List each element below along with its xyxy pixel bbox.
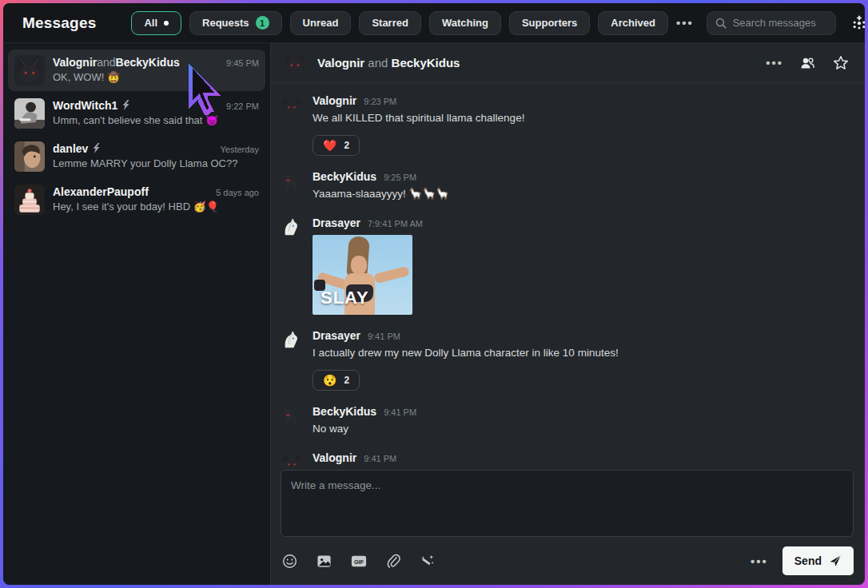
conversation-name: Valognir	[53, 56, 97, 69]
filter-tab-all[interactable]: All	[131, 11, 181, 35]
hushed-face-emoji: 😯	[323, 375, 336, 386]
message-author[interactable]: Valognir	[313, 451, 356, 464]
message-drasayer-gif: Drasayer 7:9:41 PM AM SLAY	[281, 217, 850, 315]
group-members-icon[interactable]	[798, 54, 817, 72]
conversation-summary: AlexanderPaupoff 5 days ago Hey, I see i…	[53, 185, 259, 213]
message-timestamp: 9:41 PM	[368, 332, 400, 341]
conversation-item-alexanderpaupoff[interactable]: AlexanderPaupoff 5 days ago Hey, I see i…	[8, 179, 265, 220]
search-box[interactable]	[707, 11, 836, 35]
reaction-count: 2	[344, 375, 349, 386]
community-icon[interactable]	[849, 13, 865, 34]
message-timestamp: 9:23 PM	[364, 97, 396, 106]
message-author[interactable]: BeckyKidus	[313, 405, 376, 418]
verified-badge-icon	[92, 143, 101, 153]
message-author[interactable]: Valognir	[313, 94, 356, 107]
message-text: We all KILLED that spiritual llama chall…	[313, 111, 524, 126]
composer-more-icon[interactable]: •••	[751, 554, 768, 568]
conversation-timestamp: Yesterday	[213, 145, 259, 154]
page-title: Messages	[22, 14, 96, 32]
chat-more-icon[interactable]: •••	[766, 56, 783, 70]
conversation-timestamp: 9:22 PM	[220, 101, 259, 111]
message-input[interactable]	[281, 470, 854, 537]
filter-tab-archived[interactable]: Archived	[598, 11, 668, 35]
slay-gif-image[interactable]: SLAY	[313, 235, 412, 315]
conversation-timestamp: 5 days ago	[209, 188, 259, 197]
message-author[interactable]: BeckyKidus	[313, 170, 376, 183]
more-filters-icon[interactable]: •••	[676, 16, 694, 30]
message-beckykidus-2: BeckyKidus 9:41 PM No way	[281, 405, 850, 437]
conversation-item-wordwitch1[interactable]: WordWitch1 9:22 PM Umm, can't believe sh…	[8, 93, 265, 134]
messages-app-window: Messages All Requests 1 Unread Starred W…	[3, 3, 865, 585]
gif-figure-arm	[373, 266, 410, 284]
filter-tab-starred[interactable]: Starred	[359, 11, 421, 35]
avatar-alexanderpaupoff	[14, 185, 45, 215]
message-author[interactable]: Drasayer	[313, 329, 360, 342]
message-valognir-2: Valognir 9:41 PM OK, WOW! 🤠	[281, 451, 850, 467]
requests-count-badge: 1	[256, 16, 269, 30]
magic-wand-icon[interactable]	[418, 552, 436, 570]
message-text: Yaaama-slaaayyyy! 🦙🦙🦙	[313, 187, 449, 202]
conversation-summary: danlev Yesterday Lemme MARRY your Dolly …	[53, 141, 259, 169]
filter-tab-unread-label: Unread	[303, 17, 339, 29]
emoji-icon[interactable]	[281, 552, 299, 570]
conversation-item-danlev[interactable]: danlev Yesterday Lemme MARRY your Dolly …	[8, 136, 265, 177]
reaction-pill-heart[interactable]: ❤️ 2	[313, 135, 360, 156]
top-bar-right-group: •••	[676, 10, 865, 36]
screen-recording-frame: Messages All Requests 1 Unread Starred W…	[0, 0, 868, 588]
conversation-name: AlexanderPaupoff	[53, 185, 149, 198]
message-list: Valognir 9:23 PM We all KILLED that spir…	[271, 83, 865, 467]
avatar-danlev	[14, 141, 45, 172]
search-icon	[715, 18, 727, 29]
chat-header-actions: •••	[766, 54, 850, 73]
message-valognir-1: Valognir 9:23 PM We all KILLED that spir…	[281, 94, 850, 156]
avatar-wordwitch1	[14, 98, 45, 129]
filter-tab-archived-label: Archived	[611, 17, 655, 29]
composer-right-group: ••• Send	[751, 546, 854, 575]
gif-icon[interactable]: GIF	[349, 552, 368, 570]
image-icon[interactable]	[315, 552, 333, 570]
conversation-preview: Lemme MARRY your Dolly Llama OC??	[53, 157, 259, 169]
message-drasayer-2: Drasayer 9:41 PM I actually drew my new …	[281, 329, 850, 391]
send-label: Send	[794, 554, 822, 567]
message-author[interactable]: Drasayer	[313, 217, 360, 229]
chat-title-name-second: BeckyKidus	[392, 56, 460, 70]
star-icon[interactable]	[831, 54, 850, 73]
reaction-pill-hushed[interactable]: 😯 2	[313, 370, 360, 391]
message-timestamp: 7:9:41 PM AM	[368, 219, 423, 228]
conversation-preview: Umm, can't believe she said that 😈	[53, 114, 259, 126]
send-icon	[829, 554, 842, 567]
avatar-drasayer	[281, 217, 303, 239]
avatar-beckykidus	[281, 170, 303, 193]
chat-panel: Valognir and BeckyKidus •••	[270, 43, 865, 585]
send-button[interactable]: Send	[782, 546, 854, 575]
conversation-summary: Valognir and BeckyKidus 9:45 PM OK, WOW!…	[53, 55, 259, 83]
conversation-name: danlev	[53, 142, 88, 155]
chat-title-separator: and	[364, 56, 391, 70]
conversation-list: Valognir and BeckyKidus 9:45 PM OK, WOW!…	[3, 43, 270, 585]
filter-tab-unread[interactable]: Unread	[290, 11, 352, 35]
top-bar: Messages All Requests 1 Unread Starred W…	[3, 3, 865, 43]
conversation-name: WordWitch1	[53, 99, 117, 112]
conversation-preview: OK, WOW! 🤠	[53, 71, 259, 83]
attachment-icon[interactable]	[384, 552, 402, 570]
search-input[interactable]	[733, 17, 829, 29]
avatar-valognir	[281, 94, 303, 117]
conversation-item-valognir-beckykidus[interactable]: Valognir and BeckyKidus 9:45 PM OK, WOW!…	[8, 50, 265, 91]
message-timestamp: 9:25 PM	[384, 173, 416, 182]
app-body: Valognir and BeckyKidus 9:45 PM OK, WOW!…	[3, 43, 865, 585]
filter-tab-starred-label: Starred	[372, 17, 408, 29]
gif-figure-face	[351, 256, 367, 275]
avatar-valognir-beckykidus	[14, 55, 45, 85]
gif-caption: SLAY	[321, 288, 369, 308]
filter-tab-supporters[interactable]: Supporters	[509, 11, 590, 35]
filter-tab-requests[interactable]: Requests 1	[189, 11, 282, 35]
filter-tab-supporters-label: Supporters	[522, 17, 577, 29]
conversation-timestamp: 9:45 PM	[220, 58, 259, 68]
conversation-preview: Hey, I see it's your bday! HBD 🥳🎈	[53, 201, 259, 213]
message-text: I actually drew my new Dolly Llama chara…	[313, 346, 619, 361]
filter-tab-watching[interactable]: Watching	[429, 11, 501, 35]
reaction-count: 2	[344, 140, 349, 151]
conversation-summary: WordWitch1 9:22 PM Umm, can't believe sh…	[53, 98, 259, 126]
message-composer: GIF ••• Send	[271, 467, 865, 585]
conversation-name-second: BeckyKidus	[116, 56, 180, 69]
